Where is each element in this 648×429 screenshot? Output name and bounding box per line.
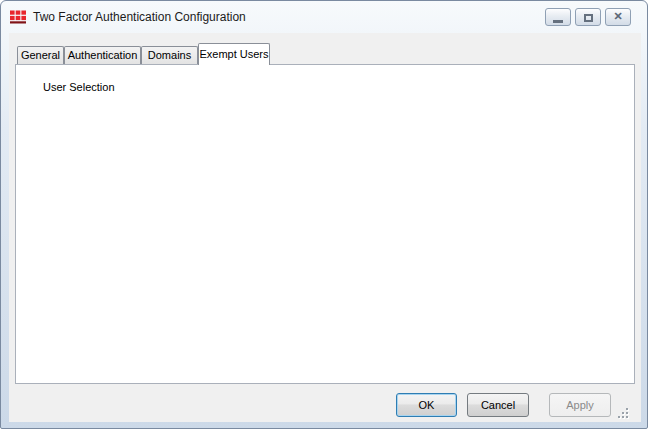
cancel-button[interactable]: Cancel <box>467 393 529 417</box>
close-icon: ✕ <box>606 10 630 23</box>
tab-general[interactable]: General <box>17 46 64 65</box>
tab-exempt-users-label: Exempt Users <box>199 48 268 60</box>
tab-domains[interactable]: Domains <box>141 46 198 65</box>
window-title: Two Factor Authentication Configuration <box>33 10 246 24</box>
ok-button-label: OK <box>419 399 435 411</box>
tab-authentication[interactable]: Authentication <box>64 46 141 65</box>
title-bar[interactable]: Two Factor Authentication Configuration … <box>1 1 647 33</box>
cancel-button-label: Cancel <box>481 399 515 411</box>
apply-button-label: Apply <box>566 399 594 411</box>
user-selection-groupbox-title: User Selection <box>39 81 119 93</box>
apply-button[interactable]: Apply <box>549 393 611 417</box>
tab-exempt-users[interactable]: Exempt Users <box>198 43 270 65</box>
maximize-button[interactable] <box>575 8 601 26</box>
minimize-button[interactable] <box>545 8 571 26</box>
maximize-icon <box>584 14 593 22</box>
tab-general-label: General <box>21 49 60 61</box>
ok-button[interactable]: OK <box>396 393 457 417</box>
resize-grip[interactable] <box>617 407 629 419</box>
tab-domains-label: Domains <box>148 49 191 61</box>
tab-authentication-label: Authentication <box>68 49 138 61</box>
close-button[interactable]: ✕ <box>605 8 631 26</box>
tab-page-exempt-users <box>15 64 635 384</box>
fortinet-logo-icon <box>10 9 26 25</box>
minimize-icon <box>553 20 563 23</box>
dialog-window: Two Factor Authentication Configuration … <box>0 0 648 429</box>
